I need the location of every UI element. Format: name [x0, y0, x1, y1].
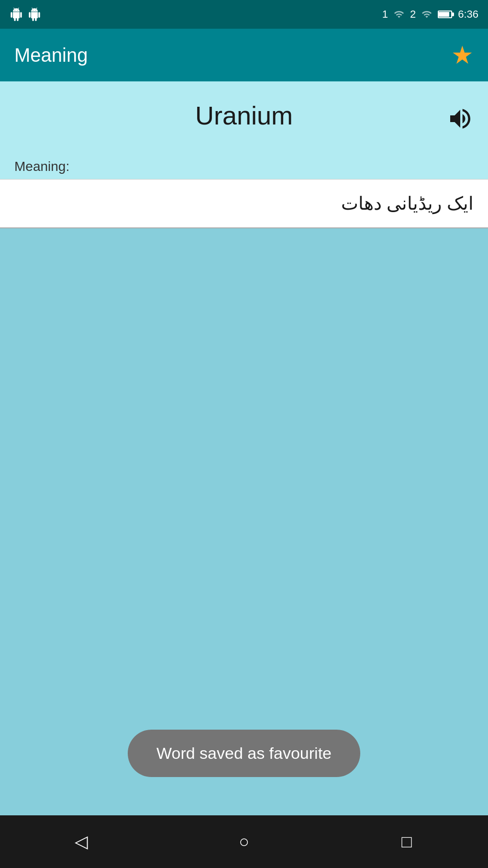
android-icon-2	[28, 8, 41, 21]
meaning-label: Meaning:	[0, 149, 488, 179]
android-icon-1	[10, 8, 23, 21]
word-header: Uranium	[0, 81, 488, 149]
back-icon: ◁	[75, 832, 88, 852]
home-button[interactable]: ○	[225, 823, 263, 861]
speaker-icon	[447, 105, 474, 132]
signal-2-label: 2	[410, 8, 416, 21]
home-icon: ○	[239, 832, 249, 852]
signal-1-label: 1	[382, 8, 388, 21]
status-bar: 1 2 6:36	[0, 0, 488, 29]
recent-button[interactable]: □	[388, 823, 426, 861]
word-title: Uranium	[14, 101, 474, 130]
recent-icon: □	[401, 832, 412, 852]
status-bar-right: 1 2 6:36	[382, 8, 478, 21]
content-body: Word saved as favourite	[0, 228, 488, 815]
back-button[interactable]: ◁	[62, 823, 100, 861]
signal-1-icon	[394, 9, 404, 20]
speaker-button[interactable]	[447, 105, 474, 138]
signal-2-icon	[421, 9, 432, 20]
app-bar-title: Meaning	[14, 45, 88, 66]
translation-text: ایک ریڈیانی دھات	[14, 193, 474, 214]
toast-message: Word saved as favourite	[128, 730, 360, 777]
time-display: 6:36	[458, 8, 478, 21]
app-bar: Meaning ★	[0, 29, 488, 81]
nav-bar: ◁ ○ □	[0, 815, 488, 868]
translation-row: ایک ریڈیانی دھات	[0, 179, 488, 228]
favorite-button[interactable]: ★	[451, 43, 474, 68]
status-bar-left	[10, 8, 41, 21]
battery-icon	[438, 11, 452, 18]
main-content: Uranium Meaning: ایک ریڈیانی دھات Word s…	[0, 81, 488, 815]
